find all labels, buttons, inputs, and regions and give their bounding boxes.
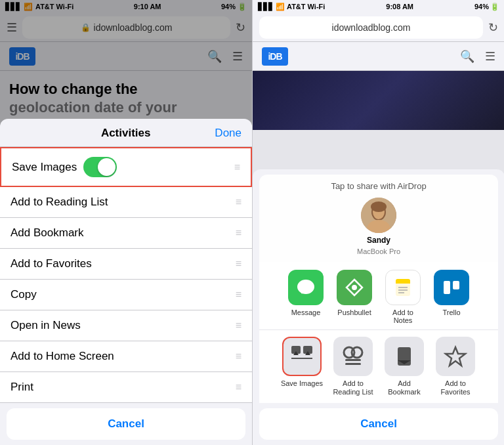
- contact-device: MacBook Pro: [357, 247, 400, 255]
- toggle-knob: [98, 158, 116, 176]
- image-gradient: [253, 71, 504, 130]
- activities-overlay: Activities Done Save Images ≡ Add to Rea…: [0, 0, 252, 445]
- reading-list-action-icon: [333, 337, 373, 376]
- svg-rect-24: [345, 359, 361, 361]
- activity-row-open-news[interactable]: Open in News ≡: [0, 310, 252, 341]
- activities-header: Activities Done: [0, 119, 252, 147]
- svg-rect-16: [453, 281, 459, 289]
- airdrop-text: Tap to share with AirDrop: [266, 181, 492, 191]
- share-action-reading-list[interactable]: Add to Reading List: [331, 337, 375, 396]
- share-app-pushbullet[interactable]: Pushbullet: [335, 270, 374, 324]
- svg-rect-25: [345, 363, 361, 365]
- right-cancel-button[interactable]: Cancel: [259, 408, 498, 440]
- contact-name: Sandy: [367, 236, 390, 245]
- activity-row-home-screen[interactable]: Add to Home Screen ≡: [0, 341, 252, 372]
- right-refresh-icon[interactable]: ↻: [488, 20, 498, 35]
- bookmark-action-icon: [385, 337, 424, 376]
- right-battery-icon: 🔋: [490, 3, 499, 11]
- activities-title: Activities: [37, 127, 215, 140]
- drag-handle-reading-list: ≡: [236, 196, 242, 208]
- right-url-field[interactable]: idownloadblog.com: [259, 16, 483, 39]
- drag-handle-save-images: ≡: [234, 161, 240, 173]
- right-browser-toolbar: iDB 🔍 ☰: [253, 42, 504, 71]
- activity-row-save-images[interactable]: Save Images ≡: [0, 147, 252, 187]
- activities-done-button[interactable]: Done: [215, 127, 242, 140]
- copy-label: Copy: [10, 288, 37, 301]
- svg-rect-21: [291, 358, 312, 359]
- bookmark-label: Add Bookmark: [10, 226, 84, 240]
- right-status-bar: ▋▋▋ 📶 AT&T Wi-Fi 9:08 AM 94% 🔋: [253, 0, 504, 13]
- open-news-label: Open in News: [10, 319, 81, 332]
- airdrop-bar: Tap to share with AirDrop Sandy MacBook …: [259, 175, 498, 262]
- bookmark-action-label: Add Bookmark: [382, 379, 427, 396]
- left-panel: ▋▋▋ 📶 AT&T Wi-Fi 9:10 AM 94% 🔋 ☰ 🔒 idown…: [0, 0, 252, 445]
- right-toolbar-icons: 🔍 ☰: [460, 49, 495, 64]
- share-app-notes[interactable]: Add to Notes: [383, 270, 423, 324]
- svg-point-8: [352, 285, 357, 290]
- svg-point-5: [297, 280, 314, 294]
- avatar-svg: [361, 198, 396, 233]
- right-time: 9:08 AM: [386, 3, 413, 11]
- right-url-text: idownloadblog.com: [332, 22, 411, 33]
- activity-row-bookmark[interactable]: Add Bookmark ≡: [0, 218, 252, 249]
- reading-list-action-label: Add to Reading List: [331, 379, 375, 396]
- right-wifi-icon: 📶: [276, 3, 285, 11]
- activity-row-reading-list[interactable]: Add to Reading List ≡: [0, 187, 252, 218]
- svg-rect-15: [444, 281, 450, 294]
- favorites-action-icon: [436, 337, 475, 376]
- notes-icon: [385, 270, 421, 305]
- drag-handle-favorites: ≡: [236, 258, 242, 270]
- svg-marker-28: [446, 347, 465, 366]
- pushbullet-icon: [337, 270, 372, 305]
- right-url-bar: idownloadblog.com ↻: [253, 13, 504, 42]
- message-icon: [288, 270, 324, 305]
- favorites-action-label: Add to Favorites: [433, 379, 478, 396]
- share-actions-row: Save Images Add to Reading List: [259, 329, 498, 403]
- airdrop-contact[interactable]: Sandy MacBook Pro: [266, 198, 492, 255]
- activity-row-copy[interactable]: Copy ≡: [0, 280, 252, 310]
- drag-handle-print: ≡: [236, 381, 242, 393]
- share-action-favorites[interactable]: Add to Favorites: [433, 337, 478, 396]
- svg-point-23: [352, 347, 362, 358]
- trello-label: Trello: [442, 308, 460, 316]
- right-carrier: ▋▋▋ 📶 AT&T Wi-Fi: [258, 3, 325, 11]
- share-app-message[interactable]: Message: [286, 270, 326, 324]
- notes-label: Add to Notes: [383, 308, 423, 324]
- right-search-icon[interactable]: 🔍: [460, 49, 474, 64]
- right-battery-area: 94% 🔋: [474, 3, 499, 11]
- left-cancel-button[interactable]: Cancel: [7, 408, 245, 440]
- activity-row-favorites[interactable]: Add to Favorites ≡: [0, 249, 252, 280]
- share-apps-row: Message Pushbullet: [259, 262, 498, 329]
- right-idb-logo: iDB: [262, 47, 288, 66]
- save-images-toggle-row: Save Images: [12, 157, 117, 177]
- home-screen-label: Add to Home Screen: [10, 350, 114, 363]
- right-battery: 94%: [474, 3, 489, 11]
- pushbullet-label: Pushbullet: [337, 308, 371, 316]
- activities-sheet: Activities Done Save Images ≡ Add to Rea…: [0, 119, 252, 445]
- drag-handle-home-screen: ≡: [236, 350, 242, 362]
- right-panel: ▋▋▋ 📶 AT&T Wi-Fi 9:08 AM 94% 🔋 idownload…: [253, 0, 504, 445]
- share-app-trello[interactable]: Trello: [432, 270, 471, 324]
- print-label: Print: [10, 381, 33, 394]
- save-images-action-label: Save Images: [281, 379, 323, 388]
- share-sheet: Tap to share with AirDrop Sandy MacBook …: [253, 169, 504, 445]
- share-action-save-images[interactable]: Save Images: [280, 337, 324, 396]
- svg-rect-11: [396, 282, 410, 284]
- save-images-label: Save Images: [12, 161, 77, 174]
- right-signal-icon: ▋▋▋: [258, 3, 274, 11]
- favorites-label: Add to Favorites: [10, 257, 92, 270]
- contact-avatar: [361, 198, 396, 233]
- share-action-bookmark[interactable]: Add Bookmark: [382, 337, 427, 396]
- activity-row-print[interactable]: Print ≡: [0, 372, 252, 403]
- reading-list-label: Add to Reading List: [10, 196, 108, 209]
- svg-point-4: [371, 201, 387, 212]
- save-images-action-icon: [282, 337, 322, 376]
- save-images-toggle[interactable]: [83, 157, 117, 177]
- drag-handle-copy: ≡: [236, 289, 242, 301]
- right-menu-icon[interactable]: ☰: [485, 49, 495, 64]
- right-article-image: [253, 71, 504, 130]
- drag-handle-open-news: ≡: [236, 320, 242, 331]
- trello-icon: [434, 270, 469, 305]
- drag-handle-bookmark: ≡: [236, 227, 242, 239]
- message-label: Message: [291, 308, 321, 316]
